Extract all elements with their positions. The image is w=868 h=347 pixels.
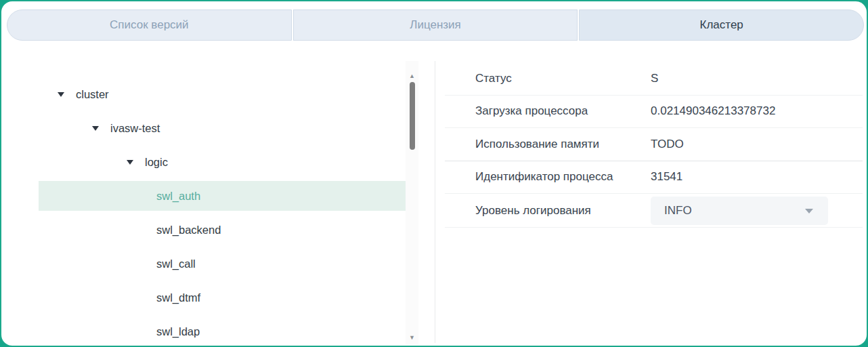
tab-bar: Список версий Лицензия Кластер [7, 9, 864, 41]
expand-arrow-icon[interactable] [127, 160, 133, 165]
cluster-tree: cluster ivasw-test logic swl_auth swl_ba… [1, 79, 435, 347]
tree-item-logic[interactable]: logic [39, 147, 409, 177]
node-details-panel: Статус S Загрузка процессора 0.021490346… [435, 62, 868, 228]
detail-row-cpu-load: Загрузка процессора 0.021490346213378732 [445, 96, 863, 129]
tree-item-swl-call[interactable]: swl_call [39, 249, 409, 279]
tree-item-swl-auth[interactable]: swl_auth [39, 181, 409, 211]
dropdown-caret-icon [805, 209, 813, 213]
tree-item-swl-backend[interactable]: swl_backend [39, 215, 409, 245]
memory-usage-label: Использование памяти [445, 138, 641, 151]
tree-item-label: swl_backend [156, 224, 221, 237]
cpu-load-label: Загрузка процессора [445, 104, 641, 118]
tree-item-label: swl_ldap [156, 325, 200, 338]
process-id-label: Идентификатор процесса [445, 170, 641, 184]
log-level-field: INFO [641, 197, 828, 225]
tree-scrollbar[interactable]: ▲ ▼ [406, 61, 418, 344]
scrollbar-up-icon[interactable]: ▲ [406, 71, 418, 81]
tab-version-list[interactable]: Список версий [7, 9, 292, 41]
tree-item-label: logic [145, 156, 168, 169]
status-value: S [641, 72, 658, 85]
tree-item-ivasw-test[interactable]: ivasw-test [39, 113, 409, 143]
detail-row-memory-usage: Использование памяти TODO [445, 128, 863, 161]
detail-row-status: Статус S [445, 62, 863, 96]
detail-row-log-level: Уровень логирования INFO [445, 194, 863, 228]
tree-item-cluster[interactable]: cluster [39, 79, 409, 109]
log-level-dropdown[interactable]: INFO [651, 197, 828, 225]
memory-usage-value: TODO [641, 138, 684, 151]
tree-item-label: swl_call [156, 258, 196, 270]
tree-item-label: ivasw-test [110, 122, 160, 135]
tree-item-label: cluster [76, 88, 109, 101]
cpu-load-value: 0.021490346213378732 [641, 104, 775, 118]
tab-license[interactable]: Лицензия [293, 9, 578, 41]
scrollbar-thumb[interactable] [410, 82, 415, 150]
status-label: Статус [445, 72, 641, 85]
tree-item-label: swl_auth [156, 190, 200, 203]
log-level-selected-value: INFO [651, 204, 692, 218]
tree-item-label: swl_dtmf [156, 291, 200, 304]
tree-item-swl-ldap[interactable]: swl_ldap [39, 317, 409, 346]
expand-arrow-icon[interactable] [92, 126, 99, 131]
detail-row-process-id: Идентификатор процесса 31541 [445, 161, 863, 195]
scrollbar-down-icon[interactable]: ▼ [406, 333, 418, 342]
process-id-value: 31541 [641, 170, 682, 184]
cluster-app-card: Список версий Лицензия Кластер cluster i… [0, 0, 868, 347]
tree-item-swl-dtmf[interactable]: swl_dtmf [39, 283, 409, 312]
expand-arrow-icon[interactable] [58, 92, 64, 97]
log-level-label: Уровень логирования [445, 204, 641, 218]
tab-cluster[interactable]: Кластер [579, 9, 864, 41]
